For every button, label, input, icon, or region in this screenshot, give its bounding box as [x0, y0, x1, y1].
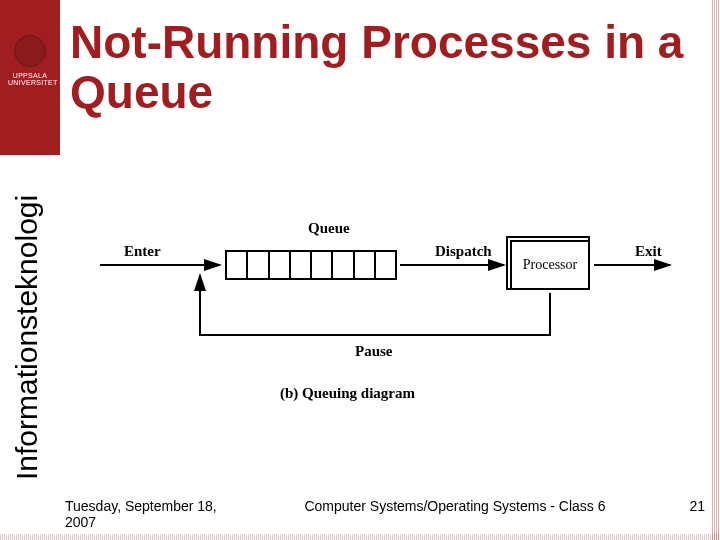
footer-date: Tuesday, September 18, 2007 [65, 498, 235, 530]
footer-course: Computer Systems/Operating Systems - Cla… [235, 498, 675, 514]
uppsala-logo-icon [14, 35, 46, 67]
diagram-caption: (b) Queuing diagram [280, 385, 415, 402]
university-name: UPPSALA UNIVERSITET [8, 72, 52, 86]
slide-footer: Tuesday, September 18, 2007 Computer Sys… [65, 498, 705, 530]
slide-title: Not-Running Processes in a Queue [70, 18, 720, 117]
department-label: Informationsteknologi [10, 195, 44, 480]
footer-page: 21 [675, 498, 705, 514]
bottom-stripe-decor [0, 534, 720, 540]
diagram-arrows [90, 215, 680, 435]
queuing-diagram: Enter Queue Dispatch Exit Pause Processo… [90, 215, 680, 435]
